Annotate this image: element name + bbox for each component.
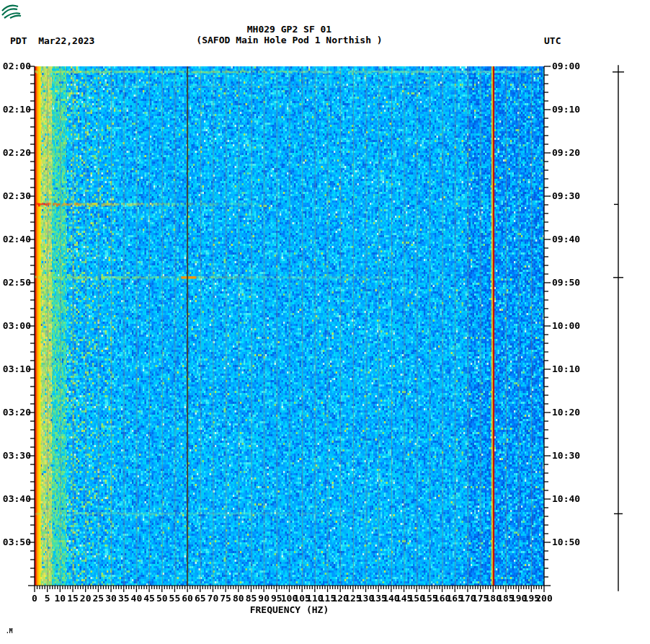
left-time-label: 03:00 bbox=[0, 320, 31, 331]
freq-axis-title: FREQUENCY (HZ) bbox=[35, 604, 544, 615]
left-time-label: 03:30 bbox=[0, 450, 31, 461]
left-time-label: 02:20 bbox=[0, 147, 31, 158]
left-time-label: 02:40 bbox=[0, 234, 31, 244]
freq-label: 200 bbox=[528, 593, 560, 604]
left-time-label: 02:30 bbox=[0, 190, 31, 201]
timezone-left-label: PDT Mar22,2023 bbox=[10, 35, 94, 46]
left-time-label: 02:00 bbox=[0, 61, 31, 71]
right-time-label: 10:30 bbox=[552, 450, 580, 461]
spectrogram-page: MH029 GP2 SF 01 (SAFOD Main Hole Pod 1 N… bbox=[0, 0, 650, 644]
right-time-label: 09:50 bbox=[552, 277, 580, 288]
right-time-label: 09:00 bbox=[552, 61, 580, 71]
left-time-label: 03:10 bbox=[0, 363, 31, 374]
right-time-label: 10:50 bbox=[552, 537, 580, 547]
left-time-label: 02:10 bbox=[0, 104, 31, 115]
right-time-label: 10:00 bbox=[552, 320, 580, 331]
right-time-label: 09:20 bbox=[552, 147, 580, 158]
date-label: Mar22,2023 bbox=[38, 35, 94, 46]
usgs-logo bbox=[1, 1, 88, 21]
plot-titles: MH029 GP2 SF 01 (SAFOD Main Hole Pod 1 N… bbox=[35, 24, 544, 45]
right-time-label: 09:30 bbox=[552, 190, 580, 201]
left-time-label: 03:50 bbox=[0, 537, 31, 547]
left-time-label: 03:40 bbox=[0, 493, 31, 504]
timezone-right-label: UTC bbox=[544, 35, 561, 46]
page-title: MH029 GP2 SF 01 bbox=[35, 24, 544, 35]
right-time-label: 10:10 bbox=[552, 363, 580, 374]
right-time-label: 09:40 bbox=[552, 234, 580, 244]
footer-mark: .M bbox=[6, 628, 13, 635]
tz-left-text: PDT bbox=[10, 35, 27, 46]
left-time-label: 02:50 bbox=[0, 277, 31, 288]
right-time-label: 10:40 bbox=[552, 493, 580, 504]
spectrogram-canvas bbox=[35, 66, 544, 586]
right-time-label: 09:10 bbox=[552, 104, 580, 115]
left-time-label: 03:20 bbox=[0, 407, 31, 418]
right-time-label: 10:20 bbox=[552, 407, 580, 418]
page-subtitle: (SAFOD Main Hole Pod 1 Northish ) bbox=[35, 35, 544, 45]
usgs-wave-icon bbox=[2, 5, 21, 18]
